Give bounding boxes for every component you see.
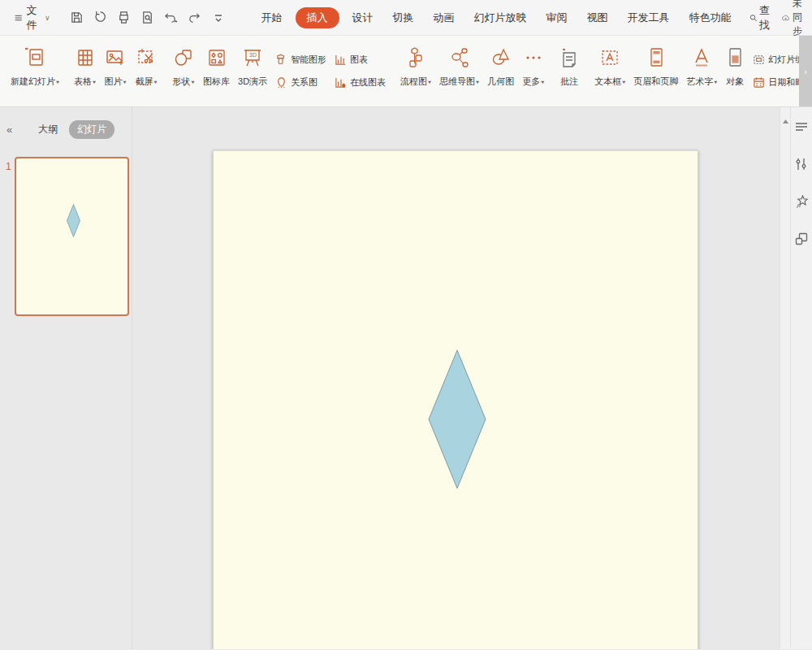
scroll-up-icon[interactable] xyxy=(782,119,789,124)
3d-demo-icon: 3D xyxy=(241,44,264,72)
geometry-label: 几何图 xyxy=(487,76,514,88)
wordart-icon xyxy=(691,44,712,72)
screenshot-icon xyxy=(135,44,158,72)
ribbon-item-online-chart[interactable]: 在线图表 xyxy=(335,76,386,89)
dropdown-caret: ▾ xyxy=(93,79,96,84)
header-footer-label: 页眉和页脚 xyxy=(633,76,678,88)
ribbon-item-header-footer[interactable]: 页眉和页脚 xyxy=(629,36,682,106)
ribbon-item-icon-library[interactable]: 图标库 xyxy=(199,36,234,106)
selection-pane-button[interactable] xyxy=(793,231,810,247)
shapes-label: 形状 xyxy=(173,76,191,88)
tab-transition[interactable]: 切换 xyxy=(383,7,424,28)
ribbon-item-object[interactable]: 对象 xyxy=(721,36,749,106)
redo-button[interactable] xyxy=(184,7,205,28)
tab-home[interactable]: 开始 xyxy=(252,7,292,28)
flowchart-label: 流程图 xyxy=(400,76,427,88)
print-preview-icon xyxy=(140,11,154,24)
diamond-shape[interactable] xyxy=(428,349,486,489)
star-effect-icon xyxy=(795,195,809,209)
dropdown-caret: ▾ xyxy=(56,79,59,84)
ribbon-item-mindmap[interactable]: 思维导图▾ xyxy=(435,36,483,106)
header-footer-icon xyxy=(646,44,666,72)
ribbon-item-picture[interactable]: 图片▾ xyxy=(100,36,131,106)
ribbon-item-geometry[interactable]: 几何图 xyxy=(483,36,518,106)
icon-library-label: 图标库 xyxy=(203,76,230,88)
ribbon-item-flowchart[interactable]: 流程图▾ xyxy=(396,36,435,106)
tab-view[interactable]: 视图 xyxy=(577,7,618,28)
ribbon-item-textbox[interactable]: 文本框▾ xyxy=(590,36,629,106)
ribbon-item-shapes[interactable]: 形状▾ xyxy=(168,36,199,106)
output-icon xyxy=(93,11,107,24)
dropdown-caret: ▾ xyxy=(123,79,127,84)
picture-icon xyxy=(104,44,127,72)
ribbon-item-table[interactable]: 表格▾ xyxy=(70,36,100,106)
thumbnail-diamond-shape xyxy=(67,204,80,237)
ribbon-stack-charts: 图表 在线图表 xyxy=(330,36,390,106)
mindmap-label: 思维导图 xyxy=(439,76,475,88)
tab-slideshow[interactable]: 幻灯片放映 xyxy=(464,7,537,28)
print-preview-button[interactable] xyxy=(137,7,158,28)
dropdown-caret: ▾ xyxy=(622,79,625,84)
table-icon xyxy=(75,44,96,72)
icon-library-icon xyxy=(206,44,227,72)
mindmap-icon xyxy=(448,44,471,72)
new-slide-label: 新建幻灯片 xyxy=(11,76,55,88)
ribbon-item-new-slide[interactable]: 新建幻灯片▾ xyxy=(6,36,63,106)
ribbon-item-3d-demo[interactable]: 3D 3D演示 xyxy=(234,36,271,106)
save-button[interactable] xyxy=(67,7,88,28)
chevron-down-icon: ∨ xyxy=(45,14,50,22)
ribbon-item-wordart[interactable]: 艺术字▾ xyxy=(682,36,721,106)
relation-diagram-icon xyxy=(275,76,287,89)
tab-slides[interactable]: 幻灯片 xyxy=(69,120,114,139)
find-button[interactable]: 查找 xyxy=(741,0,782,36)
properties-pane-button[interactable] xyxy=(793,156,810,172)
tab-review[interactable]: 审阅 xyxy=(537,7,577,28)
ribbon-item-more-diagrams[interactable]: 更多▾ xyxy=(518,36,548,106)
object-icon xyxy=(725,44,745,72)
ribbon-item-chart[interactable]: 图表 xyxy=(335,54,386,66)
comment-label: 批注 xyxy=(560,76,578,88)
editing-canvas[interactable] xyxy=(132,107,780,649)
hamburger-icon xyxy=(15,12,22,24)
tab-devtools[interactable]: 开发工具 xyxy=(618,7,680,28)
slide-thumbnail[interactable] xyxy=(15,157,129,316)
ribbon-overflow-arrow-icon: › xyxy=(804,67,807,76)
tab-design[interactable]: 设计 xyxy=(343,7,383,28)
ribbon-item-smart-graphics[interactable]: 智能图形 xyxy=(275,54,326,66)
flowchart-icon xyxy=(405,44,426,72)
task-pane-list-button[interactable] xyxy=(793,119,810,135)
tab-outline[interactable]: 大纲 xyxy=(38,123,58,136)
new-slide-icon xyxy=(23,44,47,72)
sync-status-button[interactable]: 未同步 xyxy=(782,0,809,38)
datetime-icon xyxy=(753,76,765,89)
output-button[interactable] xyxy=(90,7,111,28)
ribbon-item-comment[interactable]: 批注 xyxy=(555,36,584,106)
print-button[interactable] xyxy=(114,7,135,28)
sync-status-label: 未同步 xyxy=(793,0,809,38)
smart-graphics-icon xyxy=(275,54,287,66)
animation-pane-button[interactable] xyxy=(793,193,810,210)
tab-animation[interactable]: 动画 xyxy=(424,7,464,28)
menu-bar: 文件 ∨ 开始 xyxy=(0,0,812,36)
tab-insert[interactable]: 插入 xyxy=(296,7,339,28)
shapes-icon xyxy=(172,44,195,72)
ribbon-item-screenshot[interactable]: 截屏▾ xyxy=(131,36,162,106)
vertical-scrollbar[interactable] xyxy=(780,107,790,649)
collapse-panel-icon[interactable]: « xyxy=(6,124,12,136)
tab-special-features[interactable]: 特色功能 xyxy=(680,7,741,28)
undo-button[interactable] xyxy=(161,7,182,28)
textbox-icon xyxy=(599,44,620,72)
customize-quickbar-button[interactable] xyxy=(208,7,229,28)
customize-toolbar-icon xyxy=(214,12,223,24)
table-label: 表格 xyxy=(74,76,92,88)
ribbon-item-relation-diagram[interactable]: 关系图 xyxy=(275,76,326,89)
overlap-shapes-icon xyxy=(795,232,808,245)
wordart-label: 艺术字 xyxy=(686,76,713,88)
svg-text:3D: 3D xyxy=(249,52,257,58)
ribbon-overflow-strip[interactable]: › xyxy=(799,36,812,106)
slide-number: 1 xyxy=(6,161,11,172)
slide-number-icon xyxy=(753,54,765,66)
file-menu-button[interactable]: 文件 ∨ xyxy=(10,0,55,36)
picture-label: 图片 xyxy=(105,76,123,88)
slide-page[interactable] xyxy=(213,150,698,649)
